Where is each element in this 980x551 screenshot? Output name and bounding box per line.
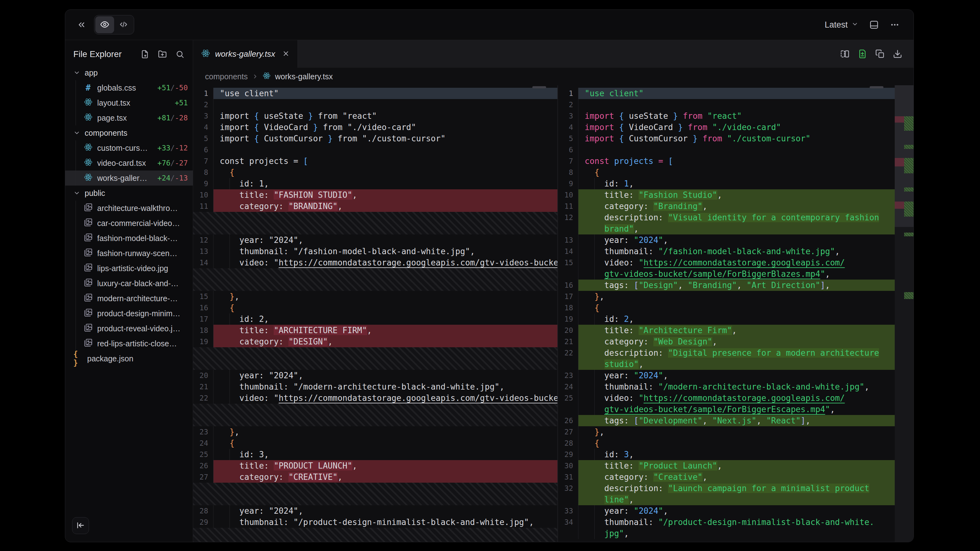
file-label: globals.css — [97, 83, 136, 92]
tree-item-car-commercial-video-[interactable]: car-commercial-video… — [65, 216, 193, 231]
tree-group-components[interactable]: components — [65, 125, 193, 140]
tree-group-app[interactable]: app — [65, 65, 193, 80]
close-tab-button[interactable] — [281, 49, 291, 60]
code-toggle-button[interactable] — [114, 16, 133, 33]
file-label: works-galler… — [97, 174, 147, 183]
line-number: 18 — [193, 325, 213, 336]
search-files-button[interactable] — [175, 49, 185, 60]
tree-item-fashion-runway-scen-[interactable]: fashion-runway-scen… — [65, 246, 193, 261]
tree-item-fashion-model-black-[interactable]: fashion-model-black-… — [65, 231, 193, 246]
code-row: gtv-videos-bucket/sample/ForBiggerBlazes… — [558, 268, 913, 279]
new-folder-button[interactable] — [157, 49, 168, 60]
breadcrumb-folder[interactable]: components — [205, 72, 248, 81]
copy-code-button[interactable] — [873, 47, 887, 61]
hash-icon: # — [83, 83, 93, 92]
file-label: public — [84, 189, 105, 198]
ruler-addition-mark — [904, 292, 913, 299]
code-row: 22 description: "Digital presence for a … — [558, 347, 913, 359]
chevron-down-icon — [73, 69, 80, 76]
tree-item-luxury-car-black-and-[interactable]: luxury-car-black-and-… — [65, 276, 193, 291]
view-mode-toggle — [94, 15, 134, 35]
line-number: 27 — [558, 426, 578, 438]
diff-view-button[interactable] — [855, 47, 870, 61]
file-plus-icon — [140, 50, 149, 59]
code-row: 25 id: 3, — [193, 449, 557, 460]
code-row: jpg", — [558, 528, 913, 539]
collapse-sidebar-button[interactable] — [73, 17, 90, 33]
copy-icon — [875, 49, 885, 59]
chevron-down-icon — [851, 20, 858, 30]
arrow-left-to-line-icon — [76, 521, 85, 530]
ruler-addition-mark — [904, 233, 913, 236]
scrollbar-thumb[interactable] — [870, 86, 883, 88]
tree-item-layout.tsx[interactable]: layout.tsx+51 — [65, 95, 193, 110]
line-number: 17 — [193, 313, 213, 325]
tree-item-page.tsx[interactable]: page.tsx+81/-28 — [65, 110, 193, 125]
tree-item-modern-architecture-[interactable]: modern-architecture-… — [65, 291, 193, 306]
diff-stat-badge: +51/-50 — [154, 84, 188, 92]
line-number: 11 — [558, 201, 578, 212]
scrollbar-thumb[interactable] — [532, 86, 546, 88]
code-row: 19 id: 2, — [558, 313, 913, 325]
react-icon — [83, 158, 93, 168]
tree-item-product-reveal-video.j-[interactable]: product-reveal-video.j… — [65, 321, 193, 336]
line-number: 14 — [193, 257, 213, 268]
ruler-addition-mark — [904, 145, 913, 149]
tree-item-product-design-minim-[interactable]: product-design-minim… — [65, 306, 193, 321]
code-row: 12 description: "Visual identity for a c… — [558, 212, 913, 223]
line-number — [558, 494, 578, 505]
tree-item-works-galler-[interactable]: works-galler…+24/-13 — [65, 170, 193, 186]
diff-pane-modified[interactable]: 1"use client"23import { useState } from … — [558, 85, 913, 542]
tree-item-red-lips-artistic-close-[interactable]: red-lips-artistic-close… — [65, 336, 193, 351]
line-number: 17 — [558, 291, 578, 302]
code-row: 14 video: "https://commondatastorage.goo… — [193, 257, 557, 268]
preview-toggle-button[interactable] — [95, 16, 114, 33]
file-label: fashion-runway-scen… — [97, 249, 177, 258]
ruler-deletion-mark — [895, 158, 904, 167]
diff-stat-badge: +76/-27 — [154, 159, 188, 167]
new-file-button[interactable] — [140, 49, 150, 60]
line-number — [558, 528, 578, 539]
ruler-deletion-mark — [895, 116, 904, 122]
diff-alignment-gap — [193, 528, 557, 542]
tree-item-globals.css[interactable]: #globals.css+51/-50 — [65, 80, 193, 95]
split-view-button[interactable] — [838, 47, 852, 61]
code-row: 34 thumbnail: "/product-design-minimalis… — [558, 516, 913, 528]
line-number: 9 — [193, 178, 213, 189]
file-label: video-card.tsx — [97, 159, 146, 168]
code-row: 17 id: 2, — [193, 313, 557, 325]
line-number: 10 — [558, 189, 578, 201]
tree-item-package.json[interactable]: { }package.json — [65, 351, 193, 366]
tree-item-lips-artistic-video.jpg[interactable]: lips-artistic-video.jpg — [65, 261, 193, 276]
file-label: architecture-walkthro… — [97, 204, 178, 213]
code-row: 2 — [193, 99, 557, 110]
tab-works-gallery[interactable]: works-gallery.tsx — [193, 40, 298, 68]
line-number: 5 — [193, 133, 213, 144]
collapse-explorer-button[interactable] — [72, 517, 89, 534]
image-icon — [83, 324, 93, 334]
download-button[interactable] — [890, 47, 905, 61]
chevron-right-icon — [252, 73, 258, 79]
tree-group-public[interactable]: public — [65, 186, 193, 201]
react-icon — [83, 98, 93, 108]
code-row: 29 thumbnail: "/product-design-minimalis… — [193, 516, 557, 528]
version-dropdown[interactable]: Latest — [821, 17, 862, 32]
version-label: Latest — [824, 20, 848, 30]
toolbar-right-group: Latest — [821, 17, 903, 33]
ruler-addition-mark — [904, 116, 913, 131]
more-options-button[interactable] — [886, 17, 903, 33]
image-icon — [83, 233, 93, 243]
tree-item-video-card.tsx[interactable]: video-card.tsx+76/-27 — [65, 156, 193, 170]
file-label: lips-artistic-video.jpg — [97, 264, 168, 273]
code-row: 15 video: "https://commondatastorage.goo… — [558, 257, 913, 268]
line-number: 15 — [558, 257, 578, 268]
ruler-addition-mark — [904, 158, 913, 173]
tree-item-custom-curs-[interactable]: custom-curs…+33/-12 — [65, 140, 193, 156]
panel-layout-button[interactable] — [866, 17, 882, 33]
diff-pane-original[interactable]: 1"use client"23import { useState } from … — [193, 85, 557, 542]
overview-ruler[interactable] — [895, 85, 913, 542]
file-diff-icon — [858, 49, 867, 59]
code-row: 11 category: "Branding", — [558, 201, 913, 212]
tree-item-architecture-walkthro-[interactable]: architecture-walkthro… — [65, 201, 193, 216]
line-number: 11 — [193, 201, 213, 212]
